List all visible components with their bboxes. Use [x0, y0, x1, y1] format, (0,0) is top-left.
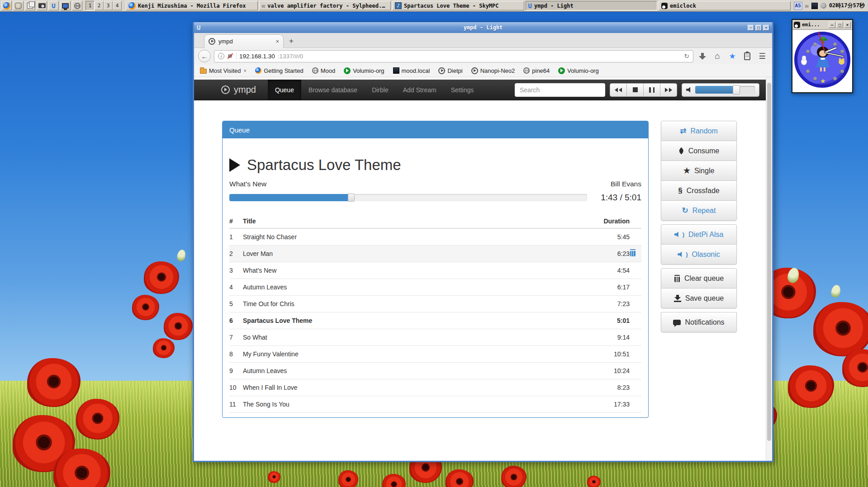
face-tray-icon[interactable] — [821, 3, 826, 9]
output-olasonic-button[interactable]: )Olasonic — [661, 244, 737, 265]
queue-row[interactable]: 1Straight No Chaser5:45 — [229, 228, 641, 245]
theme-launcher-icon[interactable] — [13, 1, 24, 10]
window-titlebar[interactable]: U ympd - Light – □ × — [194, 22, 772, 33]
queue-row[interactable]: 5Time Out for Chris7:23 — [229, 295, 641, 312]
seek-bar[interactable] — [229, 194, 587, 201]
screenshot-launcher-icon[interactable] — [37, 1, 47, 10]
volume-slider[interactable] — [695, 86, 755, 94]
queue-row[interactable]: 2Lover Man6:23 — [229, 245, 641, 262]
nav-dirble[interactable]: Dirble — [365, 80, 396, 100]
minimize-button[interactable]: – — [748, 25, 754, 31]
firefox-window: U ympd - Light – □ × ympd × + ← i 192.16… — [193, 22, 773, 462]
site-info-icon[interactable]: i — [218, 53, 224, 59]
repeat-button[interactable]: ↻Repeat — [661, 200, 737, 221]
random-button[interactable]: ⇄Random — [661, 121, 737, 141]
close-button[interactable]: × — [763, 25, 769, 31]
reload-icon[interactable]: ↻ — [684, 52, 689, 60]
scrollbar-thumb[interactable] — [767, 83, 771, 441]
bookmark-dietpi[interactable]: Dietpi — [438, 67, 462, 74]
remove-track-icon[interactable] — [630, 249, 636, 256]
queue-row[interactable]: 7So What9:14 — [229, 329, 641, 345]
folder-icon — [200, 69, 207, 74]
web-launcher-icon[interactable] — [72, 1, 82, 10]
queue-row[interactable]: 3What's New4:54 — [229, 262, 641, 279]
queue-row[interactable]: 8My Funny Valentine10:51 — [229, 345, 641, 362]
ympd-navbar: ympd Queue Browse database Dirble Add St… — [194, 80, 766, 100]
task-skympc[interactable]: ♪Spartacus Love Theme - SkyMPC — [392, 1, 524, 10]
task-sylpheed[interactable]: ✉valve amplifier factory - Sylpheed... — [259, 1, 391, 10]
workspace-4[interactable]: 4 — [113, 1, 122, 10]
workspace-2[interactable]: 2 — [95, 1, 104, 10]
clipboard-icon[interactable] — [741, 52, 753, 60]
seek-handle[interactable] — [348, 194, 355, 202]
task-firefox[interactable]: Kenji Mizushima - Mozilla Firefox — [126, 1, 258, 10]
page-scrollbar[interactable] — [766, 77, 772, 461]
bookmark-mood[interactable]: Mood — [312, 67, 336, 74]
workspace-1[interactable]: 1 — [85, 1, 95, 10]
maximize-button[interactable]: □ — [836, 22, 843, 28]
queue-row-current[interactable]: 6Spartacus Love Theme5:01 — [229, 312, 641, 329]
tab-bar: ympd × + — [194, 33, 772, 48]
minimize-button[interactable]: – — [829, 22, 835, 28]
maximize-button[interactable]: □ — [755, 25, 762, 31]
nav-queue[interactable]: Queue — [268, 80, 301, 100]
new-tab-button[interactable]: + — [285, 36, 297, 47]
mail-tray-icon[interactable]: ✉ — [805, 3, 809, 9]
speaker-icon — [674, 232, 680, 237]
bookmark-getting-started[interactable]: Getting Started — [255, 67, 303, 74]
consume-button[interactable]: Consume — [661, 141, 737, 161]
play-circle-outline-icon — [471, 67, 478, 74]
bookmark-most-visited[interactable]: Most Visited∨ — [200, 67, 247, 74]
volume-control — [682, 83, 759, 97]
next-button[interactable] — [660, 83, 677, 97]
tab-ympd[interactable]: ympd × — [204, 34, 284, 48]
crossfade-button[interactable]: §Crossfade — [661, 180, 737, 201]
nav-browse-database[interactable]: Browse database — [301, 80, 365, 100]
globe-icon — [312, 67, 318, 74]
anthy-input-method-icon[interactable]: A5 — [794, 2, 802, 10]
bookmark-star-icon[interactable]: ★ — [726, 52, 738, 61]
menu-hamburger-icon[interactable]: ☰ — [756, 52, 768, 61]
volume-handle[interactable] — [733, 85, 740, 95]
task-ympd[interactable]: Uympd - Light — [526, 1, 658, 10]
bookmark-pine64[interactable]: pine64 — [523, 67, 550, 74]
ympd-logo[interactable]: ympd — [221, 85, 256, 95]
queue-row[interactable]: 4Autumn Leaves6:17 — [229, 279, 641, 295]
pause-button[interactable] — [643, 83, 660, 97]
tab-close-icon[interactable]: × — [275, 38, 279, 45]
bookmark-volumio-org-2[interactable]: Volumio-org — [558, 67, 598, 74]
stop-button[interactable] — [626, 83, 644, 97]
notifications-button[interactable]: Notifications — [661, 312, 737, 332]
close-button[interactable]: × — [844, 22, 851, 28]
home-icon[interactable]: ⌂ — [711, 51, 723, 61]
queue-row[interactable]: 11The Song Is You17:33 — [229, 396, 641, 412]
clear-queue-button[interactable]: Clear queue — [661, 268, 737, 288]
tray-app-icon[interactable] — [811, 3, 818, 9]
bookmark-volumio-org[interactable]: Volumio-org — [344, 67, 384, 74]
display-launcher-icon[interactable] — [60, 1, 71, 10]
url-bar[interactable]: i 192.168.1.30:1337/#/0 ↻ — [214, 50, 693, 62]
nav-add-stream[interactable]: Add Stream — [396, 80, 444, 100]
workspace-3[interactable]: 3 — [104, 1, 113, 10]
previous-button[interactable] — [610, 83, 627, 97]
firefox-launcher-icon[interactable] — [1, 1, 12, 10]
queue-row[interactable]: 9Autumn Leaves10:24 — [229, 362, 641, 379]
window-title: ympd - Light — [194, 24, 772, 31]
plugin-blocked-icon[interactable] — [227, 53, 233, 59]
filemanager-launcher-icon[interactable] — [25, 1, 35, 10]
queue-row[interactable]: 10When I Fall In Love8:23 — [229, 379, 641, 396]
task-emiclock[interactable]: emiclock — [659, 1, 791, 10]
bookmark-mood-local[interactable]: mood.local — [393, 67, 430, 74]
save-queue-button[interactable]: Save queue — [661, 288, 737, 308]
bookmark-nanopi-neo2[interactable]: Nanopi-Neo2 — [471, 67, 515, 74]
output-dietpi-alsa-button[interactable]: )DietPi Alsa — [661, 224, 737, 245]
page-content: ympd Queue Browse database Dirble Add St… — [194, 77, 772, 461]
single-button[interactable]: ★Single — [661, 161, 737, 181]
uget-launcher-icon[interactable]: U — [48, 1, 59, 10]
back-button[interactable]: ← — [198, 50, 211, 62]
column-header-num: # — [229, 214, 243, 228]
emiclock-titlebar[interactable]: emi... – □ × — [792, 20, 852, 30]
search-input[interactable] — [515, 83, 605, 97]
downloads-icon[interactable] — [697, 53, 708, 60]
nav-settings[interactable]: Settings — [444, 80, 481, 100]
